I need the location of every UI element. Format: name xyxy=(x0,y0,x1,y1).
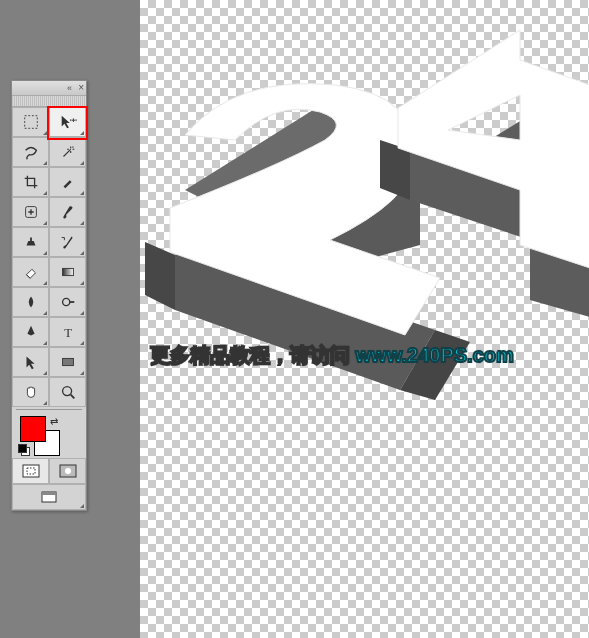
quick-mask-row xyxy=(12,458,86,484)
drag-handle[interactable] xyxy=(12,96,86,107)
screen-mode-button[interactable] xyxy=(12,484,86,510)
quick-mask-button[interactable] xyxy=(49,458,86,484)
eyedropper-tool[interactable] xyxy=(49,167,86,197)
tools-panel: « × xyxy=(11,80,87,511)
tools-panel-header[interactable]: « × xyxy=(12,81,86,96)
blur-tool[interactable] xyxy=(12,287,49,317)
watermark-text: 更多精品教程，请访问 www.240PS.com xyxy=(0,342,589,369)
move-tool[interactable] xyxy=(49,107,86,137)
brush-tool[interactable] xyxy=(49,197,86,227)
clone-stamp-tool[interactable] xyxy=(12,227,49,257)
healing-brush-tool[interactable] xyxy=(12,197,49,227)
svg-rect-0 xyxy=(24,116,37,129)
dodge-tool[interactable] xyxy=(49,287,86,317)
swap-colors-icon[interactable]: ⇄ xyxy=(50,416,58,427)
magic-wand-tool[interactable] xyxy=(49,137,86,167)
hand-tool[interactable] xyxy=(12,377,49,407)
close-icon[interactable]: × xyxy=(78,82,84,93)
color-swatches: ⇄ xyxy=(12,412,86,458)
foreground-color-swatch[interactable] xyxy=(20,416,46,442)
history-brush-tool[interactable] xyxy=(49,227,86,257)
default-colors-icon[interactable] xyxy=(18,444,28,454)
marquee-tool[interactable] xyxy=(12,107,49,137)
gradient-tool[interactable] xyxy=(49,257,86,287)
svg-rect-12 xyxy=(42,492,56,495)
eraser-tool[interactable] xyxy=(12,257,49,287)
watermark-part2: www.240PS.com xyxy=(356,344,514,366)
svg-point-6 xyxy=(62,387,71,396)
digit-4-top xyxy=(398,30,589,268)
lasso-tool[interactable] xyxy=(12,137,49,167)
standard-mode-button[interactable] xyxy=(12,458,49,484)
svg-point-3 xyxy=(62,298,69,305)
zoom-tool[interactable] xyxy=(49,377,86,407)
collapse-icon[interactable]: « xyxy=(67,83,72,93)
svg-rect-2 xyxy=(62,268,73,275)
screen-mode-row xyxy=(12,484,86,510)
watermark-part1: 更多精品教程，请访问 xyxy=(150,344,356,366)
scene-3d xyxy=(140,0,589,638)
svg-text:T: T xyxy=(64,326,72,340)
document-canvas[interactable] xyxy=(140,0,589,638)
svg-rect-7 xyxy=(23,465,39,477)
crop-tool[interactable] xyxy=(12,167,49,197)
svg-point-10 xyxy=(65,468,71,474)
